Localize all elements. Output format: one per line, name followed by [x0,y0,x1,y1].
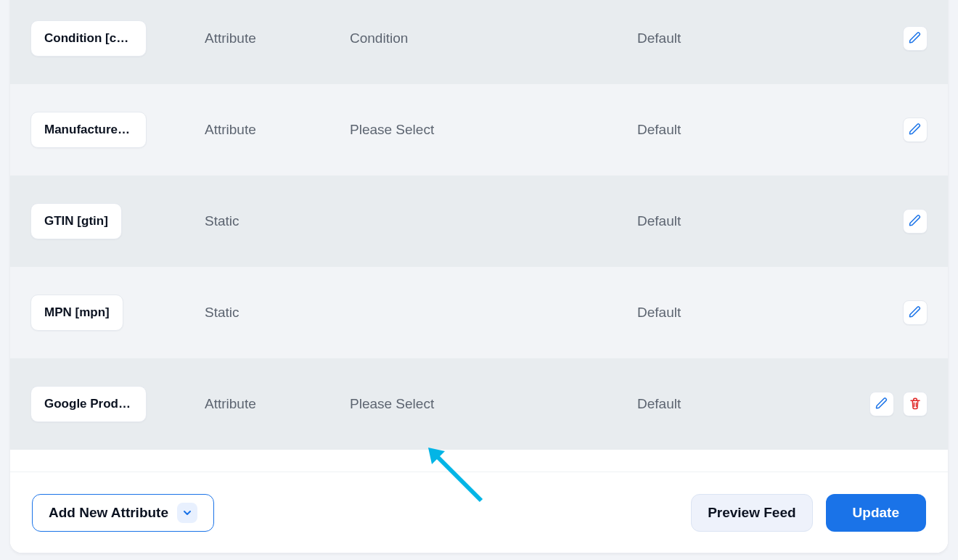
attribute-row: Manufacturer [brand] Attribute Please Se… [10,84,948,176]
attribute-label: MPN [mpn] [44,305,110,320]
attribute-label-tag[interactable]: MPN [mpn] [30,295,205,331]
attribute-output: Default [637,30,826,46]
pencil-icon [909,305,922,321]
attribute-actions [826,118,928,142]
pencil-icon [875,397,888,412]
attribute-rows: Condition [condition] Attribute Conditio… [10,0,948,450]
attribute-value: Please Select [350,396,637,412]
attribute-label-tag[interactable]: Manufacturer [brand] [30,112,205,148]
attribute-actions [826,209,928,234]
attribute-output: Default [637,305,826,321]
add-attribute-button[interactable]: Add New Attribute [32,494,214,532]
page-root: Condition [condition] Attribute Conditio… [0,0,958,560]
attribute-actions [826,300,928,325]
pencil-icon [909,123,922,138]
attribute-output: Default [637,122,826,138]
attribute-value: Condition [350,30,637,46]
attribute-type: Attribute [205,30,350,46]
footer-actions: Preview Feed Update [691,494,926,532]
attribute-row: Condition [condition] Attribute Conditio… [10,0,948,84]
attribute-label-tag[interactable]: GTIN [gtin] [30,203,205,239]
attribute-output: Default [637,396,826,412]
attribute-row: MPN [mpn] Static Default [10,267,948,358]
attribute-output: Default [637,213,826,229]
attribute-row: GTIN [gtin] Static Default [10,176,948,267]
attribute-label: Manufacturer [brand] [44,123,133,137]
attribute-type: Static [205,305,350,321]
attribute-type: Attribute [205,122,350,138]
edit-button[interactable] [903,26,928,51]
edit-button[interactable] [903,300,928,325]
chevron-down-icon [177,503,197,523]
attribute-label-tag[interactable]: Condition [condition] [30,20,205,57]
edit-button[interactable] [903,209,928,234]
update-button[interactable]: Update [826,494,926,532]
attribute-label: GTIN [gtin] [44,214,108,228]
attribute-row: Google Product Category Attribute Please… [10,358,948,450]
delete-button[interactable] [903,392,928,416]
pencil-icon [909,214,922,229]
attribute-value: Please Select [350,122,637,138]
add-attribute-label: Add New Attribute [49,505,168,521]
attribute-actions [826,392,928,416]
trash-icon [909,397,922,412]
preview-feed-label: Preview Feed [708,505,795,521]
preview-feed-button[interactable]: Preview Feed [691,494,812,532]
attribute-type: Attribute [205,396,350,412]
attribute-actions [826,26,928,51]
edit-button[interactable] [903,118,928,142]
attribute-panel: Condition [condition] Attribute Conditio… [10,0,948,553]
attribute-type: Static [205,213,350,229]
pencil-icon [909,31,922,46]
update-label: Update [853,505,899,521]
attribute-label: Condition [condition] [44,31,133,46]
attribute-label-tag[interactable]: Google Product Category [30,386,205,422]
edit-button[interactable] [869,392,894,416]
footer-bar: Add New Attribute Preview Feed Update [10,472,948,553]
attribute-label: Google Product Category [44,397,133,411]
